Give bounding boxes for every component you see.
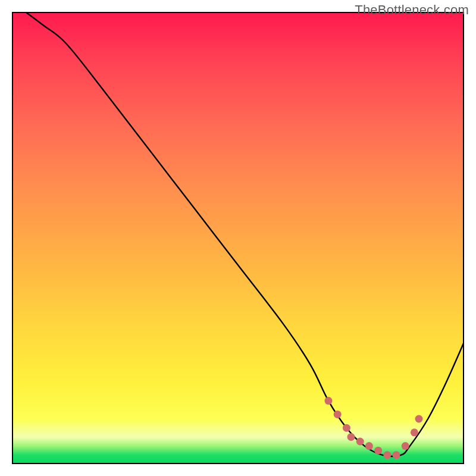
sweet-spot-point (415, 415, 423, 423)
sweet-spot-point (347, 433, 355, 441)
sweet-spot-point (402, 442, 409, 450)
sweet-spot-point (343, 424, 350, 432)
plot-area (12, 12, 464, 464)
sweet-spot-point (334, 411, 342, 418)
sweet-spot-point (383, 451, 391, 459)
sweet-spot-point (356, 438, 364, 446)
sweet-spot-point (365, 442, 373, 450)
curve-layer (12, 12, 464, 464)
bottleneck-curve (26, 12, 464, 456)
sweet-spot-point (325, 397, 333, 405)
chart-container: TheBottleneck.com (0, 0, 476, 476)
sweet-spot-point (374, 447, 382, 455)
sweet-spot-point (411, 428, 418, 436)
sweet-spot-point (393, 451, 400, 459)
watermark-label: TheBottleneck.com (355, 2, 469, 18)
